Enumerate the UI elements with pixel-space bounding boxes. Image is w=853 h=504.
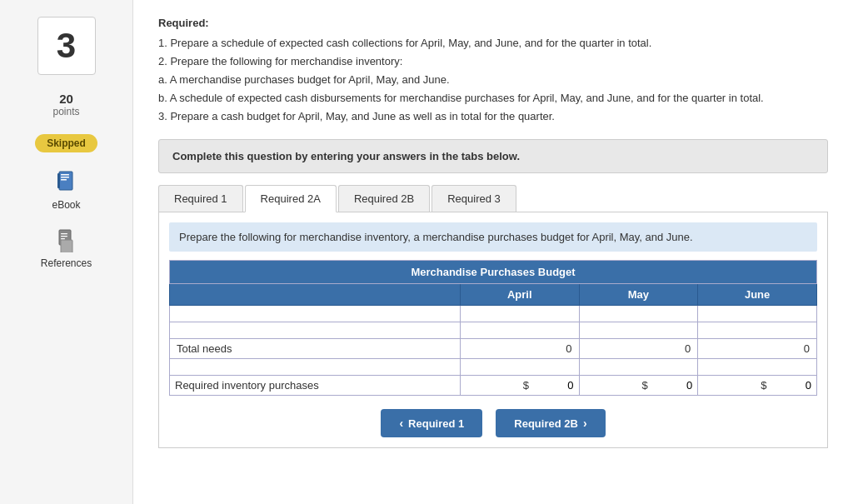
tab-required-2b[interactable]: Required 2B <box>338 185 430 212</box>
purchase-label-input[interactable] <box>173 361 456 373</box>
skipped-badge: Skipped <box>35 134 97 152</box>
purchase-june-input[interactable] <box>701 361 813 373</box>
required-heading: Required: <box>158 17 828 29</box>
required-item-3: a. A merchandise purchases budget for Ap… <box>158 71 828 89</box>
references-label: References <box>41 257 92 269</box>
row-label-input-2[interactable] <box>173 324 456 337</box>
sidebar-item-references[interactable]: References <box>41 227 92 269</box>
next-button[interactable]: Required 2B › <box>496 409 605 437</box>
purchase-june-input-cell <box>698 359 817 376</box>
required-inventory-june: $ <box>698 376 817 396</box>
svg-rect-8 <box>61 236 67 237</box>
table-row <box>170 359 817 376</box>
tab-required-3[interactable]: Required 3 <box>431 185 516 212</box>
total-needs-june: 0 <box>698 339 817 359</box>
purchase-may-input[interactable] <box>583 361 695 373</box>
purchase-april-input-cell <box>460 359 579 376</box>
nav-buttons: ‹ Required 1 Required 2B › <box>169 409 817 437</box>
complete-question-bar: Complete this question by entering your … <box>158 139 828 173</box>
row-june-1 <box>698 306 817 322</box>
dollar-sign-april: $ <box>523 379 529 392</box>
req-inventory-june-input[interactable] <box>770 379 811 392</box>
tab-content: Prepare the following for merchandise in… <box>158 212 828 448</box>
purchase-april-input[interactable] <box>464 361 576 373</box>
total-needs-april: 0 <box>460 339 579 359</box>
col-header-label <box>170 284 461 306</box>
row-june-2 <box>698 322 817 339</box>
sidebar: 3 20 points Skipped eBook <box>0 0 133 504</box>
row-may-input-2[interactable] <box>583 324 695 337</box>
purchase-label-input-cell <box>170 359 461 376</box>
references-icon <box>55 227 78 254</box>
main-content: Required: 1. Prepare a schedule of expec… <box>133 0 853 504</box>
col-header-may: May <box>579 284 698 306</box>
budget-table: Merchandise Purchases Budget April May J… <box>169 260 817 396</box>
svg-rect-2 <box>61 177 69 178</box>
table-row <box>170 322 817 339</box>
tab-required-2a[interactable]: Required 2A <box>245 185 337 212</box>
row-june-input-1[interactable] <box>701 307 813 320</box>
required-inventory-label: Required inventory purchases <box>170 376 461 396</box>
col-header-april: April <box>460 284 579 306</box>
required-list: 1. Prepare a schedule of expected cash c… <box>158 34 828 126</box>
req-inventory-may-input[interactable] <box>651 379 692 392</box>
prev-button-label: Required 1 <box>408 417 464 430</box>
total-needs-label: Total needs <box>170 339 461 359</box>
required-item-5: 3. Prepare a cash budget for April, May,… <box>158 107 828 126</box>
row-may-2 <box>579 322 698 339</box>
svg-rect-4 <box>57 173 60 188</box>
req-inventory-april-input[interactable] <box>532 379 574 392</box>
row-april-1 <box>460 306 579 322</box>
svg-rect-3 <box>61 179 67 181</box>
required-item-4: b. A schedule of expected cash disbursem… <box>158 89 828 107</box>
total-needs-row: Total needs 0 0 0 <box>170 339 817 359</box>
svg-rect-1 <box>61 174 69 176</box>
dollar-sign-may: $ <box>641 379 647 392</box>
tab-required-1[interactable]: Required 1 <box>158 185 243 212</box>
row-label-1 <box>170 306 461 322</box>
col-header-june: June <box>698 284 817 306</box>
row-april-2 <box>460 322 579 339</box>
svg-rect-6 <box>61 240 72 252</box>
row-april-input-1[interactable] <box>464 307 576 320</box>
required-inventory-row: Required inventory purchases $ $ $ <box>170 376 817 396</box>
row-label-input-1[interactable] <box>173 307 456 320</box>
required-inventory-april: $ <box>460 376 579 396</box>
table-title: Merchandise Purchases Budget <box>170 261 817 284</box>
purchase-may-input-cell <box>579 359 698 376</box>
ebook-label: eBook <box>52 199 80 211</box>
svg-rect-7 <box>61 233 67 234</box>
prev-arrow-icon: ‹ <box>399 417 403 430</box>
question-number: 3 <box>37 17 96 75</box>
points-label: points <box>52 106 79 117</box>
required-item-1: 1. Prepare a schedule of expected cash c… <box>158 34 828 52</box>
row-may-input-1[interactable] <box>583 307 695 320</box>
row-april-input-2[interactable] <box>464 324 576 337</box>
total-needs-may: 0 <box>579 339 698 359</box>
svg-rect-9 <box>61 238 65 239</box>
dollar-sign-june: $ <box>761 379 766 392</box>
tabs-container: Required 1 Required 2A Required 2B Requi… <box>158 185 828 212</box>
required-item-2: 2. Prepare the following for merchandise… <box>158 52 828 71</box>
row-june-input-2[interactable] <box>701 324 813 337</box>
prev-button[interactable]: ‹ Required 1 <box>381 409 482 437</box>
table-row <box>170 306 817 322</box>
ebook-icon <box>55 169 78 196</box>
tab-description: Prepare the following for merchandise in… <box>169 222 817 252</box>
row-label-2 <box>170 322 461 339</box>
next-button-label: Required 2B <box>514 417 578 430</box>
points-area: 20 points <box>52 92 79 117</box>
points-value: 20 <box>52 92 79 106</box>
row-may-1 <box>579 306 698 322</box>
sidebar-item-ebook[interactable]: eBook <box>52 169 80 211</box>
next-arrow-icon: › <box>583 417 587 430</box>
required-inventory-may: $ <box>579 376 698 396</box>
